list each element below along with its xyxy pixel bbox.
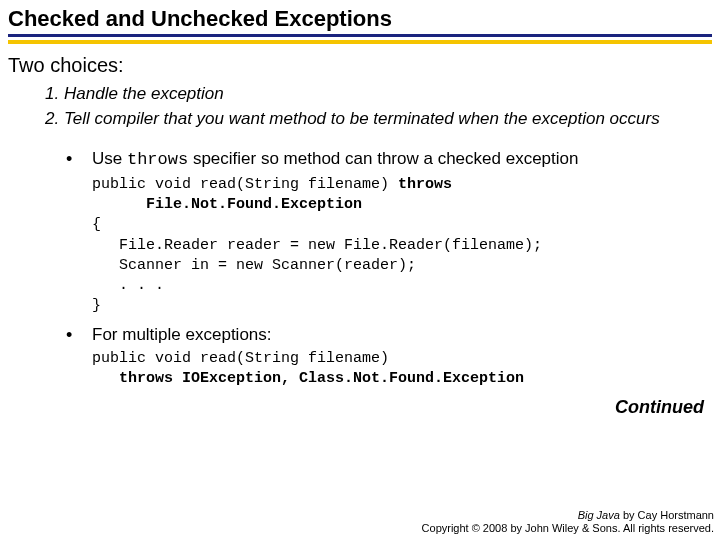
code-block-1: public void read(String filename) throws…: [92, 175, 712, 317]
code1-l6: . . .: [92, 277, 164, 294]
numbered-item-1: Handle the exception: [64, 83, 712, 106]
numbered-list: Handle the exception Tell compiler that …: [8, 83, 712, 131]
footer-book: Big Java: [578, 509, 620, 521]
bullet-list: Use throws specifier so method can throw…: [8, 149, 712, 169]
rule-blue: [8, 34, 712, 37]
bullet-1-post: specifier so method can throw a checked …: [188, 149, 578, 168]
code1-l1b: throws: [398, 176, 452, 193]
footer: Big Java by Cay Horstmann Copyright © 20…: [422, 509, 714, 537]
code1-l7: }: [92, 297, 101, 314]
code1-l3: {: [92, 216, 101, 233]
code1-l5: Scanner in = new Scanner(reader);: [92, 257, 416, 274]
continued-label: Continued: [8, 397, 712, 418]
title-underline: [8, 34, 712, 44]
code2-l2a: throws: [92, 370, 182, 387]
code1-l2: File.Not.Found.Exception: [92, 196, 362, 213]
footer-author: by Cay Horstmann: [620, 509, 714, 521]
slide-title: Checked and Unchecked Exceptions: [8, 6, 712, 32]
numbered-item-2: Tell compiler that you want method to be…: [64, 108, 712, 131]
lead-text: Two choices:: [8, 54, 712, 77]
code2-l1: public void read(String filename): [92, 350, 389, 367]
slide: Checked and Unchecked Exceptions Two cho…: [0, 0, 720, 540]
footer-line-1: Big Java by Cay Horstmann: [422, 509, 714, 523]
rule-yellow: [8, 40, 712, 44]
code2-l2b: IOException, Class.Not.Found.Exception: [182, 370, 524, 387]
code1-l1a: public void read(String filename): [92, 176, 398, 193]
code1-l4: File.Reader reader = new File.Reader(fil…: [92, 237, 542, 254]
code-block-2: public void read(String filename) throws…: [92, 349, 712, 390]
bullet-1-code: throws: [127, 150, 188, 169]
bullet-1: Use throws specifier so method can throw…: [66, 149, 712, 169]
bullet-1-pre: Use: [92, 149, 127, 168]
footer-copyright: Copyright © 2008 by John Wiley & Sons. A…: [422, 522, 714, 536]
bullet-2: For multiple exceptions:: [66, 325, 712, 345]
bullet-list-2: For multiple exceptions:: [8, 325, 712, 345]
